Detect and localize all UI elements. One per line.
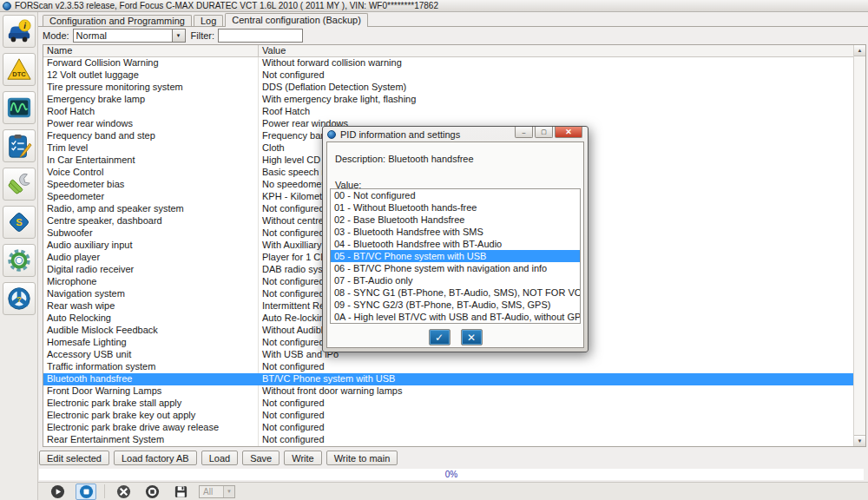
table-row[interactable]: Rear Entertainment SystemNot configured xyxy=(43,434,865,446)
filter-input[interactable] xyxy=(218,29,303,43)
row-name: Navigation system xyxy=(43,288,259,300)
row-name: Accessory USB unit xyxy=(43,349,259,361)
filter-bar: Mode: Normal ▼ Filter: xyxy=(43,28,303,43)
sidebar-item-oscilloscope[interactable] xyxy=(3,91,36,124)
column-header-value[interactable]: Value xyxy=(259,45,865,56)
table-row[interactable]: Emergency brake lampWith emergency brake… xyxy=(43,94,865,106)
row-name: Electronic park brake stall apply xyxy=(43,398,259,410)
dialog-option[interactable]: 01 - Without Bluetooth hands-free xyxy=(331,201,580,214)
dialog-option[interactable]: 06 - BT/VC Phone system with navigation … xyxy=(331,262,580,274)
close-button[interactable]: ✕ xyxy=(555,127,582,138)
progress-bar: 0% xyxy=(39,469,864,480)
module-filter-dropdown[interactable]: All ▼ xyxy=(199,485,235,498)
save-button[interactable]: Save xyxy=(242,451,279,465)
vehicle-info-icon: i xyxy=(6,18,32,44)
write-to-main-button[interactable]: Write to main xyxy=(326,451,398,465)
row-name: Emergency brake lamp xyxy=(43,94,259,106)
configuration-icon xyxy=(6,247,32,273)
table-row[interactable]: Electronic park brake drive away release… xyxy=(43,422,865,434)
row-name: Roof Hatch xyxy=(43,106,259,118)
row-name: Power rear windows xyxy=(43,118,259,130)
save-log-button[interactable] xyxy=(170,484,191,500)
row-name: Microphone xyxy=(43,276,259,288)
sidebar-item-service[interactable] xyxy=(3,168,36,201)
table-row[interactable]: Bluetooth handsfreeBT/VC Phone system wi… xyxy=(43,373,865,385)
dialog-option[interactable]: 00 - Not configured xyxy=(331,189,580,201)
table-scrollbar[interactable]: ▲ ▼ xyxy=(853,45,865,446)
tab-log[interactable]: Log xyxy=(194,15,223,26)
table-row[interactable]: Front Door Warning LampsWithout front do… xyxy=(43,385,865,398)
row-name: Centre speaker, dashboard xyxy=(43,215,259,227)
sidebar-item-programming[interactable]: S xyxy=(3,206,36,239)
row-value: Without front door warning lamps xyxy=(259,385,865,398)
dialog-option[interactable]: 04 - Bluetooth Handsfree with BT-Audio xyxy=(331,238,580,250)
dialog-option[interactable]: 07 - BT-Audio only xyxy=(331,274,580,286)
dialog-option[interactable]: 02 - Base Bluetooth Handsfree xyxy=(331,214,580,226)
row-value: Not configured xyxy=(259,410,865,422)
test-button[interactable] xyxy=(113,484,134,500)
chevron-down-icon[interactable]: ▼ xyxy=(172,30,185,42)
oscilloscope-icon xyxy=(6,95,32,121)
maximize-button[interactable]: ▢ xyxy=(535,127,553,138)
dialog-option[interactable]: 03 - Bluetooth Handsfree with SMS xyxy=(331,226,580,238)
tab-central-configuration-backup[interactable]: Central configuration (Backup) xyxy=(225,13,368,27)
play-button[interactable] xyxy=(47,484,68,500)
edit-selected-button[interactable]: Edit selected xyxy=(39,451,109,465)
app-icon xyxy=(3,2,11,10)
table-row[interactable]: Electronic park brake stall applyNot con… xyxy=(43,398,865,410)
help-icon: ? xyxy=(6,286,32,312)
dialog-body: Description: Bluetooth handsfree Value: … xyxy=(326,141,584,348)
table-row[interactable]: Electronic park brake key out applyNot c… xyxy=(43,410,865,422)
stop-button[interactable] xyxy=(76,484,96,500)
row-value: With emergency brake light, flashing xyxy=(259,94,865,106)
row-value: Not configured xyxy=(259,69,865,82)
load-factory-ab-button[interactable]: Load factory AB xyxy=(114,451,197,465)
sidebar-item-configuration[interactable] xyxy=(3,244,36,277)
table-row[interactable]: Traffic information systemNot configured xyxy=(43,361,865,373)
row-name: Bluetooth handsfree xyxy=(43,373,259,385)
row-name: Trim level xyxy=(43,142,259,155)
sidebar-item-help[interactable]: ? xyxy=(3,282,36,315)
sidebar-item-dtc[interactable]: DTC xyxy=(3,53,36,86)
column-header-name[interactable]: Name xyxy=(43,45,259,56)
row-name: Homesafe Lighting xyxy=(43,337,259,349)
scroll-up-icon[interactable]: ▲ xyxy=(854,45,865,56)
table-row[interactable]: Roof HatchRoof Hatch xyxy=(43,106,865,118)
row-name: Frequency band and step xyxy=(43,130,259,142)
tests-icon xyxy=(6,133,32,159)
row-name: Voice Control xyxy=(43,167,259,179)
row-value: Not configured xyxy=(259,398,865,410)
row-name: Digital radio receiver xyxy=(43,264,259,276)
table-row[interactable]: 12 Volt outlet luggageNot configured xyxy=(43,69,865,82)
dialog-option[interactable]: 09 - SYNC G2/3 (BT-Phone, BT-Audio, SMS,… xyxy=(331,299,580,311)
record-stop-icon xyxy=(145,484,160,499)
sidebar: i DTC S xyxy=(0,12,38,500)
action-button-row: Edit selected Load factory AB Load Save … xyxy=(39,451,398,465)
dialog-title: PID information and settings xyxy=(340,129,460,140)
row-name: Audio player xyxy=(43,252,259,264)
mode-dropdown[interactable]: Normal ▼ xyxy=(73,29,186,43)
load-button[interactable]: Load xyxy=(201,451,238,465)
dialog-option[interactable]: 0A - High level BT/VC with USB and BT-Au… xyxy=(331,311,580,323)
dialog-option[interactable]: 08 - SYNC G1 (BT-Phone, BT-Audio, SMS), … xyxy=(331,286,580,299)
row-name: Subwoofer xyxy=(43,227,259,240)
dialog-option[interactable]: 05 - BT/VC Phone system with USB xyxy=(331,250,580,262)
write-button[interactable]: Write xyxy=(284,451,321,465)
table-row[interactable]: Tire pressure monitoring systemDDS (Defl… xyxy=(43,82,865,94)
sidebar-item-tests[interactable] xyxy=(3,129,36,162)
sidebar-item-vehicle-info[interactable]: i xyxy=(3,15,36,48)
ok-button[interactable]: ✓ xyxy=(429,329,450,345)
scroll-down-icon[interactable]: ▼ xyxy=(854,435,865,446)
progress-percent: 0% xyxy=(445,470,457,479)
table-row[interactable]: Forward Collision WarningWithout forward… xyxy=(43,57,865,69)
minimize-button[interactable]: ‒ xyxy=(515,127,533,138)
row-name: Electronic park brake key out apply xyxy=(43,410,259,422)
record-stop-button[interactable] xyxy=(141,484,162,500)
mode-label: Mode: xyxy=(43,30,69,41)
pid-dialog: PID information and settings ‒ ▢ ✕ Descr… xyxy=(322,126,589,352)
cancel-button[interactable]: ✕ xyxy=(461,329,483,345)
row-name: Forward Collision Warning xyxy=(43,57,259,69)
play-icon xyxy=(50,484,65,499)
tab-configuration-and-programming[interactable]: Configuration and Programming xyxy=(43,15,192,26)
chevron-down-icon: ▼ xyxy=(223,486,234,497)
